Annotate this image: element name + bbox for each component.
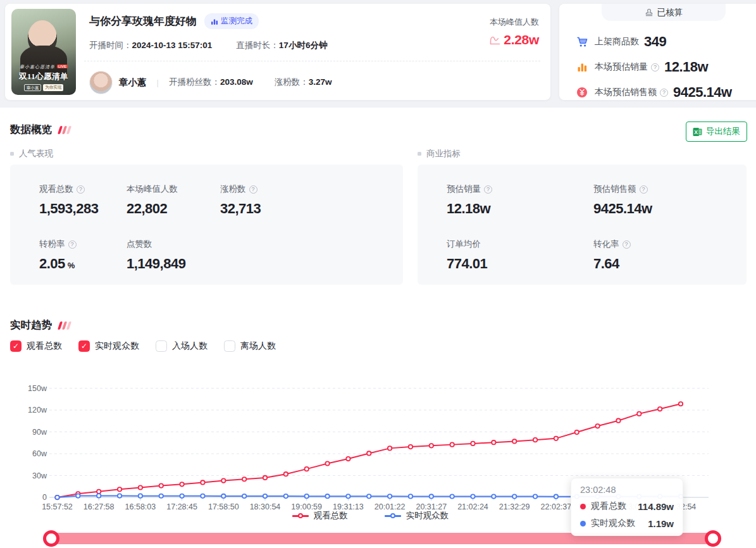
range-slider-right-handle[interactable] (705, 530, 721, 547)
overview-section-title: 数据概览 (10, 123, 52, 137)
help-icon[interactable]: ? (68, 240, 77, 249)
business-stats-card: 预估销量?12.18w预估销售额?9425.14w订单均价774.01转化率?7… (418, 165, 747, 285)
start-time-value: 2024-10-13 15:57:01 (132, 40, 213, 50)
svg-text:21:32:29: 21:32:29 (499, 502, 530, 510)
settlement-label: 本场预估销量 (595, 61, 648, 73)
stat-suffix: % (68, 261, 75, 270)
fans-gain-value: 3.27w (309, 77, 332, 87)
checkbox-unchecked[interactable] (224, 340, 235, 352)
svg-text:22:02:37: 22:02:37 (541, 502, 572, 510)
help-icon[interactable]: ? (484, 185, 492, 194)
stat-label: 转化率 (593, 239, 619, 250)
stat-label-row: 本场峰值人数 (127, 184, 220, 195)
svg-text:18:30:54: 18:30:54 (250, 502, 281, 510)
settlement-card: 已核算 上架商品数349本场预估销量?12.18w本场预估销售额?9425.14… (559, 4, 756, 100)
sales-bars-icon (576, 62, 588, 73)
settlement-label: 上架商品数 (595, 36, 639, 47)
svg-text:30w: 30w (32, 471, 47, 480)
monitor-status-badge: 监测完成 (204, 13, 259, 29)
stat-value: 9425.14w (593, 201, 747, 217)
stat-item: 预估销售额?9425.14w (593, 184, 747, 217)
settlement-rows: 上架商品数349本场预估销量?12.18w本场预估销售额?9425.14w (559, 21, 756, 105)
trend-filter[interactable]: ✓实时观众数 (78, 340, 139, 352)
stat-label-row: 转化率? (593, 239, 747, 250)
start-time-label: 开播时间： (89, 40, 132, 50)
followers-value: 203.08w (220, 77, 253, 87)
stamp-icon (645, 8, 654, 17)
checkbox-checked[interactable]: ✓ (10, 340, 22, 352)
help-icon[interactable]: ? (623, 240, 631, 249)
help-icon[interactable]: ? (77, 185, 85, 194)
svg-text:0: 0 (42, 493, 47, 502)
peak-curve-icon (490, 35, 500, 45)
peak-viewers-label: 本场峰值人数 (490, 16, 539, 28)
tooltip-rows: 观看总数114.89w实时观众数1.19w (580, 501, 674, 529)
thumbnail-tagline: 章小蕙心愿清单 (20, 65, 55, 69)
svg-text:15:57:52: 15:57:52 (42, 502, 73, 510)
business-subtitle: 商业指标 (418, 148, 461, 159)
live-header-card: 章小蕙心愿清单LIVE 双11心愿清单 章小蕙 为你实现 与你分享玫瑰年度好物 … (5, 4, 550, 100)
trend-filter[interactable]: 离场人数 (224, 340, 276, 352)
cart-icon (576, 37, 588, 47)
settlement-value: 349 (644, 34, 666, 50)
filter-label: 观看总数 (27, 340, 62, 352)
stat-label-row: 转粉率? (39, 239, 127, 250)
stat-item: 预估销量?12.18w (447, 184, 593, 217)
stat-item: 点赞数1,149,849 (127, 239, 220, 272)
stat-value: 32,713 (220, 201, 403, 217)
legend-item[interactable]: 观看总数 (292, 510, 348, 521)
thumbnail-chip-host: 章小蕙 (24, 84, 42, 91)
live-cover-thumbnail: 章小蕙心愿清单LIVE 双11心愿清单 章小蕙 为你实现 (11, 9, 76, 95)
stat-value: 1,149,849 (127, 256, 220, 272)
svg-text:150w: 150w (28, 384, 47, 393)
range-slider-left-handle[interactable] (43, 530, 59, 547)
trend-filter[interactable]: ✓观看总数 (10, 340, 62, 352)
help-icon[interactable]: ? (249, 185, 257, 194)
settlement-value: 12.18w (664, 59, 708, 75)
stat-label-row: 订单均价 (447, 239, 593, 250)
trend-filter[interactable]: 入场人数 (156, 340, 208, 352)
settled-badge: 已核算 (602, 4, 726, 21)
thumbnail-title: 双11心愿清单 (11, 72, 76, 82)
svg-text:120w: 120w (28, 406, 47, 414)
yuan-icon (576, 87, 588, 98)
legend-item[interactable]: 实时观众数 (385, 510, 449, 521)
overview-section-header: 数据概览 (10, 123, 70, 137)
stat-value: 7.64 (593, 256, 747, 272)
help-icon[interactable]: ? (651, 63, 659, 72)
checkbox-checked[interactable]: ✓ (78, 340, 90, 352)
realtime-trends-section: 实时趋势 ✓观看总数✓实时观众数入场人数离场人数 030w60w90w120w1… (0, 310, 756, 548)
dashed-divider (84, 61, 540, 61)
followers-stat: 开播粉丝数：203.08w (169, 77, 253, 88)
tooltip-row: 观看总数114.89w (580, 501, 674, 512)
stat-label: 点赞数 (127, 239, 152, 250)
export-results-button[interactable]: X 导出结果 (686, 121, 747, 142)
section-stripes-icon (57, 126, 70, 134)
filter-label: 入场人数 (172, 340, 208, 352)
checkbox-unchecked[interactable] (156, 340, 167, 352)
tooltip-row: 实时观众数1.19w (580, 518, 674, 529)
stat-value: 1,593,283 (39, 201, 127, 217)
thumbnail-chip-slogan: 为你实现 (43, 84, 63, 91)
svg-text:90w: 90w (32, 428, 47, 437)
stat-label: 转粉率 (39, 239, 65, 250)
data-overview-section: 数据概览 X 导出结果 人气表现 观看总数?1,593,283本场峰值人数22,… (0, 108, 756, 310)
tooltip-series-label: 实时观众数 (591, 518, 635, 529)
stat-label-row: 涨粉数? (220, 184, 403, 195)
settlement-row: 本场预估销售额?9425.14w (576, 80, 756, 105)
stat-label-row: 预估销量? (447, 184, 593, 195)
stat-label-row: 观看总数? (39, 184, 127, 195)
help-icon[interactable]: ? (640, 185, 648, 194)
stat-value: 22,802 (127, 201, 220, 217)
svg-text:60w: 60w (32, 449, 47, 458)
svg-text:16:58:03: 16:58:03 (125, 502, 156, 510)
legend-line-icon (292, 513, 309, 519)
svg-text:17:58:50: 17:58:50 (208, 502, 239, 510)
stat-item: 订单均价774.01 (447, 239, 593, 272)
export-results-label: 导出结果 (706, 126, 740, 137)
svg-text:17:28:45: 17:28:45 (166, 502, 197, 510)
live-badge: LIVE (57, 65, 68, 68)
help-icon[interactable]: ? (660, 89, 668, 97)
stat-item: 转化率?7.64 (593, 239, 747, 272)
svg-text:19:31:13: 19:31:13 (333, 502, 364, 510)
